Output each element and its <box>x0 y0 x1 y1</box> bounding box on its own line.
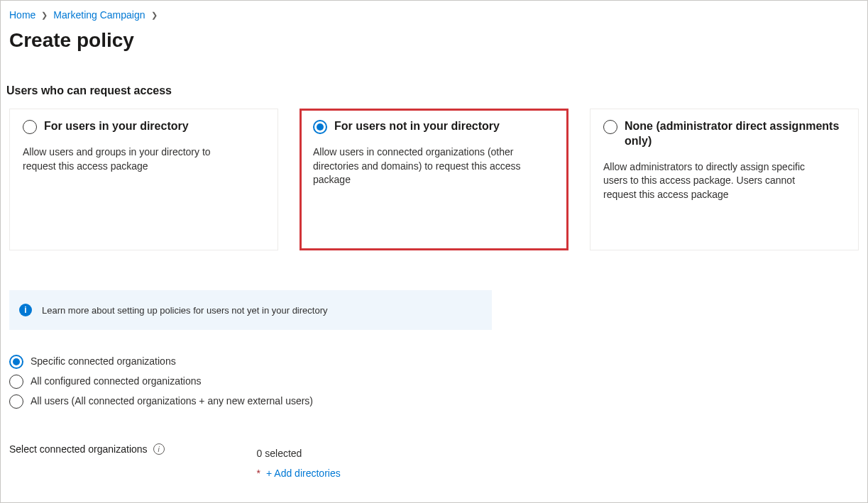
card-title: None (administrator direct assignments o… <box>625 119 845 149</box>
radio-checked-icon <box>9 355 23 369</box>
selected-count: 0 selected <box>257 439 341 468</box>
info-outline-icon[interactable]: i <box>153 443 165 455</box>
info-banner-text: Learn more about setting up policies for… <box>42 305 328 316</box>
card-desc: Allow users in connected organizations (… <box>313 145 536 187</box>
radio-specific-connected-orgs[interactable]: Specific connected organizations <box>9 351 859 371</box>
radio-label: All users (All connected organizations +… <box>31 395 313 407</box>
chevron-right-icon: ❯ <box>40 11 49 20</box>
radio-icon <box>9 394 23 409</box>
select-connected-orgs-label: Select connected organizations i <box>9 439 165 455</box>
card-title: For users in your directory <box>44 119 189 134</box>
card-title: For users not in your directory <box>334 119 500 134</box>
scope-radio-group: Specific connected organizations All con… <box>9 351 859 411</box>
card-users-in-directory[interactable]: For users in your directory Allow users … <box>9 109 278 250</box>
label-text: Select connected organizations <box>9 443 148 455</box>
section-heading-requesters: Users who can request access <box>6 84 859 97</box>
breadcrumb-campaign[interactable]: Marketing Campaign <box>53 9 145 21</box>
radio-icon <box>9 375 23 389</box>
radio-label: All configured connected organizations <box>31 375 202 387</box>
radio-checked-icon <box>313 120 327 134</box>
radio-all-users[interactable]: All users (All connected organizations +… <box>9 391 859 411</box>
radio-icon <box>23 120 37 134</box>
chevron-right-icon: ❯ <box>150 11 159 20</box>
info-banner[interactable]: i Learn more about setting up policies f… <box>9 290 492 330</box>
card-users-not-in-directory[interactable]: For users not in your directory Allow us… <box>300 109 568 250</box>
radio-icon <box>603 120 617 134</box>
page-title: Create policy <box>9 29 859 52</box>
info-icon: i <box>19 304 32 316</box>
add-directories-link[interactable]: + Add directories <box>266 468 341 479</box>
required-asterisk: * <box>257 468 260 479</box>
card-desc: Allow users and groups in your directory… <box>23 145 246 173</box>
radio-all-configured-orgs[interactable]: All configured connected organizations <box>9 371 859 391</box>
breadcrumb: Home ❯ Marketing Campaign ❯ <box>9 6 859 23</box>
card-desc: Allow administrators to directly assign … <box>603 160 826 202</box>
radio-label: Specific connected organizations <box>31 355 176 367</box>
card-none-admin-only[interactable]: None (administrator direct assignments o… <box>590 109 859 250</box>
requester-cards: For users in your directory Allow users … <box>9 109 859 250</box>
breadcrumb-home[interactable]: Home <box>9 9 35 21</box>
